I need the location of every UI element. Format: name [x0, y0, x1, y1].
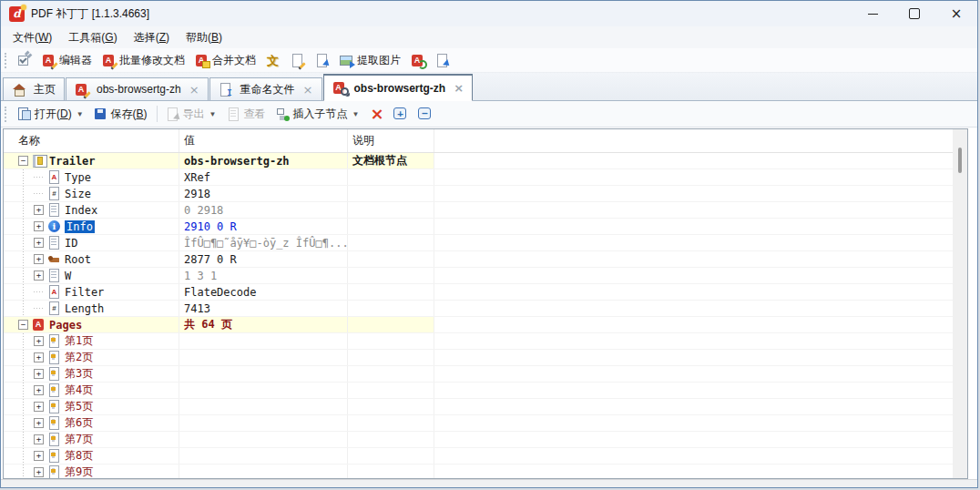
expand-toggle[interactable]: +	[34, 254, 44, 264]
node-name: Root	[65, 253, 91, 266]
expand-toggle[interactable]: +	[34, 402, 44, 412]
tab-close-icon[interactable]: ×	[189, 84, 199, 96]
tree-row-Index[interactable]: +Index0 2918	[4, 202, 967, 219]
export-button[interactable]: 导出 ▼	[161, 104, 221, 125]
doc-edit-button[interactable]	[286, 51, 310, 70]
open-button[interactable]: 打开(D) ▼	[13, 104, 88, 125]
text-doc-icon	[47, 285, 62, 299]
pdf-batch-button[interactable]: 批量修改文档	[97, 50, 189, 71]
expand-toggle[interactable]: +	[34, 271, 44, 281]
tree-row-第3页[interactable]: +第3页	[4, 366, 967, 383]
tab-obs-browsertg-zh[interactable]: obs-browsertg-zh×	[66, 77, 209, 100]
scrollbar-thumb[interactable]	[958, 148, 962, 173]
tab-close-icon[interactable]: ×	[454, 82, 464, 94]
app-icon	[9, 6, 25, 22]
tree-branch-line	[34, 172, 44, 182]
maximize-button[interactable]	[893, 1, 935, 26]
vertical-scrollbar[interactable]	[953, 129, 967, 478]
pdf-convert-button[interactable]	[406, 51, 430, 70]
tree-row-第4页[interactable]: +第4页	[4, 383, 967, 399]
collapse-toggle[interactable]: −	[18, 320, 28, 330]
save-button[interactable]: 保存(B)	[89, 104, 152, 125]
expand-toggle[interactable]: +	[34, 352, 44, 362]
expand-toggle[interactable]: +	[34, 238, 44, 248]
pdf-icon	[32, 318, 46, 332]
expand-toggle[interactable]: +	[34, 451, 44, 461]
menu-bar: 文件(W)工具箱(G)选择(Z)帮助(B)	[1, 26, 977, 48]
collapse-all-button[interactable]	[413, 105, 437, 124]
tree-row-W[interactable]: +W1 3 1	[4, 268, 967, 284]
menu-item[interactable]: 文件(W)	[5, 27, 60, 48]
insert-child-node-button[interactable]: 插入子节点 ▼	[271, 104, 364, 125]
tree-connector	[18, 284, 34, 300]
collapse-toggle[interactable]: −	[18, 156, 28, 166]
toolbar-button-label: 编辑器	[59, 53, 92, 68]
panel-toggle-button[interactable]	[13, 51, 36, 70]
row-filler	[434, 464, 967, 478]
tree-row-ID[interactable]: +IDÎfÛ□¶□˜åȳ¥□-òȳ_z ÎfÛ□¶...	[4, 235, 967, 251]
expand-toggle[interactable]: +	[34, 418, 44, 428]
extract-image-icon	[340, 54, 354, 67]
tab-label: 重命名文件	[240, 82, 295, 97]
expand-toggle[interactable]: +	[34, 385, 44, 395]
expand-toggle[interactable]: +	[34, 467, 44, 477]
pdf-merge-button[interactable]: 合并文档	[190, 50, 260, 71]
tree-row-Pages[interactable]: −Pages共 64 页	[4, 317, 967, 333]
tab-close-icon[interactable]: ×	[303, 84, 313, 96]
tab-obs-browsertg-zh[interactable]: obs-browsertg-zh×	[323, 74, 474, 101]
tab-主页[interactable]: 主页	[3, 77, 65, 100]
menu-item[interactable]: 选择(Z)	[126, 27, 178, 48]
tree-row-Trailer[interactable]: −Trailerobs-browsertg-zh文档根节点	[4, 153, 967, 169]
tree-row-第5页[interactable]: +第5页	[4, 399, 967, 415]
insert-child-node-label: 插入子节点	[293, 107, 348, 122]
node-value: 2877 0 R	[179, 251, 348, 267]
expand-toggle[interactable]: +	[34, 205, 44, 215]
tree-row-Size[interactable]: Size2918	[4, 186, 967, 202]
column-header-name[interactable]: 名称	[4, 129, 179, 152]
toolbar-grip[interactable]	[5, 107, 9, 122]
expand-toggle[interactable]: +	[34, 434, 44, 444]
export-label: 导出	[183, 107, 205, 122]
expand-toggle[interactable]: +	[34, 336, 44, 346]
view-button[interactable]: 查看	[222, 104, 271, 125]
column-header-desc[interactable]: 说明	[348, 129, 434, 152]
delete-node-button[interactable]	[364, 105, 388, 124]
name-cell: +第2页	[4, 350, 179, 365]
doc-export-button[interactable]	[431, 51, 454, 70]
text-doc-icon	[47, 170, 62, 184]
tree-row-Type[interactable]: TypeXRef	[4, 169, 967, 186]
tree-connector	[18, 251, 34, 267]
extract-image-button[interactable]: 提取图片	[335, 50, 405, 71]
expand-toggle[interactable]: +	[34, 221, 44, 231]
close-button[interactable]: ×	[935, 1, 977, 26]
maximize-icon	[909, 8, 920, 19]
menu-item[interactable]: 帮助(B)	[178, 27, 230, 48]
expand-all-button[interactable]	[389, 105, 413, 124]
name-cell: +第9页	[4, 464, 179, 478]
tree-row-第8页[interactable]: +第8页	[4, 448, 967, 464]
tree-row-第9页[interactable]: +第9页	[4, 464, 967, 478]
menu-item[interactable]: 工具箱(G)	[60, 27, 125, 48]
tab-label: 主页	[34, 82, 56, 97]
column-header-value[interactable]: 值	[179, 129, 348, 152]
tab-重命名文件[interactable]: 重命名文件×	[209, 77, 322, 100]
expand-toggle[interactable]: +	[34, 369, 44, 379]
tree-row-第1页[interactable]: +第1页	[4, 333, 967, 350]
insert-node-icon	[276, 107, 291, 121]
minimize-button[interactable]	[852, 1, 893, 26]
pdf-edit-button[interactable]: 编辑器	[37, 50, 97, 71]
tree-row-Info[interactable]: +Info2910 0 R	[4, 219, 967, 235]
page-icon	[47, 351, 62, 364]
tree-row-Length[interactable]: Length7413	[4, 301, 967, 317]
row-filler	[434, 383, 967, 398]
doc-info-button[interactable]	[261, 51, 285, 70]
tree-row-Root[interactable]: +Root2877 0 R	[4, 251, 967, 268]
tree-row-Filter[interactable]: FilterFlateDecode	[4, 284, 967, 301]
toolbar-grip[interactable]	[5, 53, 9, 68]
tree-row-第2页[interactable]: +第2页	[4, 350, 967, 366]
node-description	[348, 415, 434, 431]
node-value: 1 3 1	[179, 268, 348, 283]
doc-import-button[interactable]	[311, 51, 334, 70]
tree-row-第7页[interactable]: +第7页	[4, 432, 967, 448]
tree-row-第6页[interactable]: +第6页	[4, 415, 967, 432]
